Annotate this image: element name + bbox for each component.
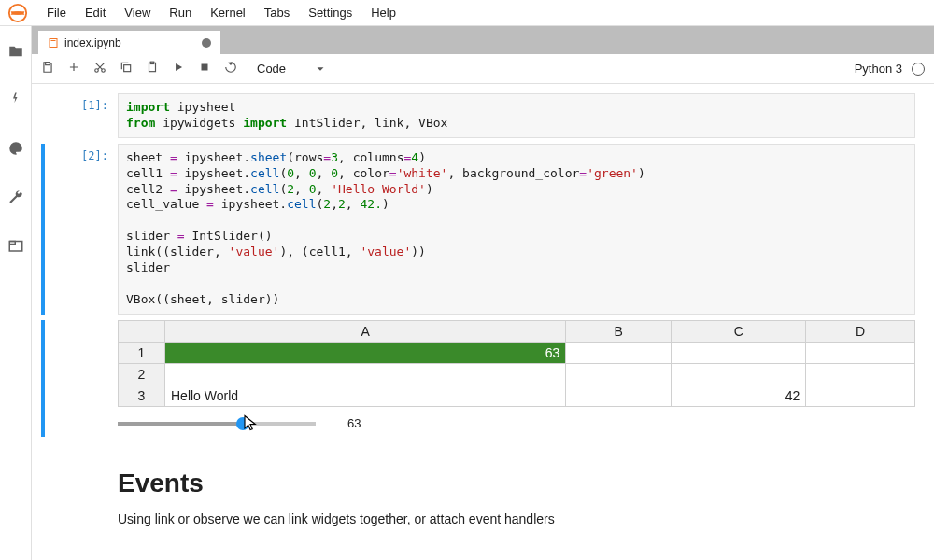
cut-button[interactable] — [93, 61, 106, 77]
events-paragraph: Using link or observe we can link widget… — [118, 511, 915, 526]
menu-file[interactable]: File — [37, 2, 76, 23]
kernel-status-icon — [912, 63, 925, 76]
save-button[interactable] — [41, 61, 54, 77]
tab-label: index.ipynb — [64, 36, 121, 49]
notebook-area: [1]: import ipysheet from ipywidgets imp… — [32, 84, 934, 560]
tab-index-ipynb[interactable]: index.ipynb — [37, 30, 221, 54]
code-input[interactable]: sheet = ipysheet.sheet(rows=3, columns=4… — [118, 144, 915, 315]
tab-bar: index.ipynb — [32, 26, 934, 54]
cell-b1[interactable] — [566, 342, 672, 363]
markdown-cell-events[interactable]: Events Using link or observe we can link… — [41, 442, 915, 526]
slider-thumb[interactable] — [236, 417, 249, 430]
cell-a1[interactable]: 63 — [165, 342, 566, 363]
output-cell-2: A B C D 1 63 2 — [41, 320, 915, 437]
running-icon[interactable] — [7, 91, 24, 108]
svg-rect-7 — [124, 65, 131, 72]
col-header-b[interactable]: B — [566, 320, 672, 342]
row-header-2[interactable]: 2 — [119, 363, 165, 385]
events-heading: Events — [118, 469, 915, 498]
chevron-down-icon — [314, 63, 327, 76]
prompt: [1]: — [45, 93, 118, 138]
cell-c1[interactable] — [672, 342, 806, 363]
menu-bar: File Edit View Run Kernel Tabs Settings … — [0, 0, 934, 26]
dirty-indicator-icon — [202, 38, 211, 48]
slider-fill — [118, 422, 243, 426]
cell-d1[interactable] — [806, 342, 915, 363]
cell-a3[interactable]: Hello World — [165, 385, 566, 406]
cell-c2[interactable] — [672, 363, 806, 385]
slider-track[interactable] — [118, 422, 316, 426]
run-button[interactable] — [172, 61, 185, 77]
menu-tabs[interactable]: Tabs — [255, 2, 299, 23]
code-cell-1[interactable]: [1]: import ipysheet from ipywidgets imp… — [41, 93, 915, 138]
svg-rect-10 — [202, 64, 208, 71]
svg-rect-3 — [51, 40, 56, 41]
row-header-3[interactable]: 3 — [119, 385, 165, 406]
menu-kernel[interactable]: Kernel — [201, 2, 255, 23]
code-input[interactable]: import ipysheet from ipywidgets import I… — [118, 93, 915, 138]
paste-button[interactable] — [146, 61, 159, 77]
slider-value: 63 — [347, 416, 361, 430]
cell-b3[interactable] — [566, 385, 672, 406]
copy-button[interactable] — [120, 61, 133, 77]
sheet-corner — [119, 320, 165, 342]
cell-c3[interactable]: 42 — [672, 385, 806, 406]
menu-view[interactable]: View — [115, 2, 160, 23]
menu-settings[interactable]: Settings — [299, 2, 361, 23]
folder-icon[interactable] — [7, 43, 24, 60]
insert-cell-button[interactable] — [67, 61, 80, 77]
svg-rect-2 — [50, 38, 57, 47]
stop-button[interactable] — [198, 61, 211, 77]
col-header-d[interactable]: D — [806, 320, 915, 342]
celltype-label: Code — [257, 62, 286, 76]
jupyter-logo-icon — [7, 3, 28, 23]
restart-button[interactable] — [224, 61, 237, 77]
prompt: [2]: — [45, 144, 118, 315]
col-header-a[interactable]: A — [165, 320, 566, 342]
cell-d3[interactable] — [806, 385, 915, 406]
tabs-icon[interactable] — [7, 237, 24, 254]
menu-help[interactable]: Help — [361, 2, 405, 23]
menu-edit[interactable]: Edit — [76, 2, 115, 23]
cell-d2[interactable] — [806, 363, 915, 385]
notebook-icon — [48, 37, 59, 49]
palette-icon[interactable] — [7, 140, 24, 157]
menu-run[interactable]: Run — [160, 2, 201, 23]
col-header-c[interactable]: C — [672, 320, 806, 342]
int-slider[interactable]: 63 — [118, 411, 915, 437]
activity-bar — [0, 26, 32, 560]
code-cell-2[interactable]: [2]: sheet = ipysheet.sheet(rows=3, colu… — [41, 144, 915, 315]
notebook-toolbar: Code Python 3 — [32, 54, 934, 84]
cell-b2[interactable] — [566, 363, 672, 385]
cell-a2[interactable] — [165, 363, 566, 385]
ipysheet-table[interactable]: A B C D 1 63 2 — [118, 320, 915, 407]
svg-rect-4 — [46, 63, 50, 65]
celltype-select[interactable]: Code — [250, 61, 333, 77]
row-header-1[interactable]: 1 — [119, 342, 165, 363]
wrench-icon[interactable] — [7, 189, 24, 205]
kernel-name[interactable]: Python 3 — [855, 62, 902, 76]
